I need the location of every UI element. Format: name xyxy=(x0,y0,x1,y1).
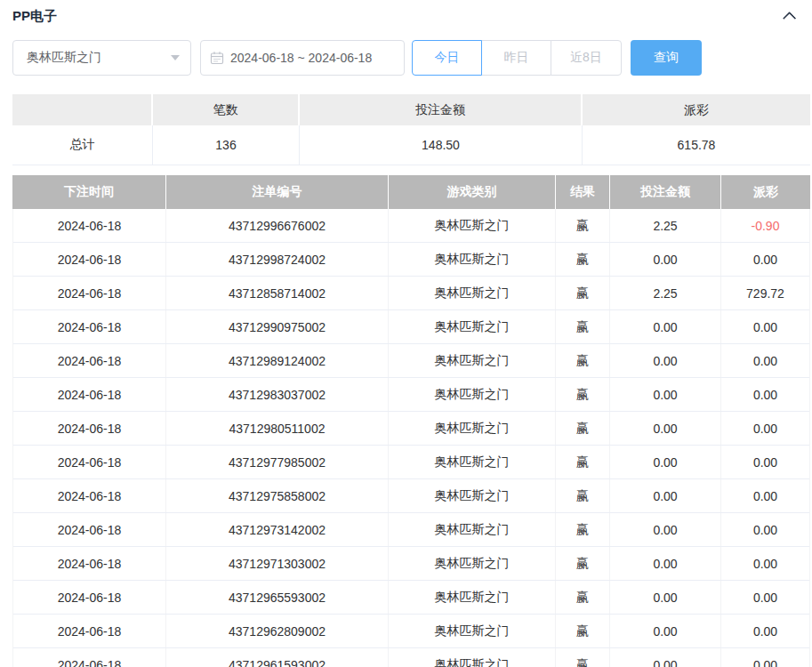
table-row: 2024-06-18 43712977985002 奥林匹斯之门 赢 0.00 … xyxy=(13,446,809,479)
result-cell: 赢 xyxy=(556,209,610,242)
payout-cell: 0.00 xyxy=(721,243,809,276)
payout-cell: -0.90 xyxy=(721,209,809,242)
game-type-cell: 奥林匹斯之门 xyxy=(389,310,556,343)
result-cell: 赢 xyxy=(556,412,610,445)
game-select[interactable]: 奥林匹斯之门 xyxy=(12,40,191,76)
result-cell: 赢 xyxy=(556,479,610,512)
bet-time-cell: 2024-06-18 xyxy=(13,648,166,667)
order-no-cell: 43712971303002 xyxy=(166,547,389,580)
payout-cell: 0.00 xyxy=(721,446,809,478)
header-bet-amount: 投注金额 xyxy=(610,175,721,209)
game-type-cell: 奥林匹斯之门 xyxy=(389,344,556,377)
table-row: 2024-06-18 43712962809002 奥林匹斯之门 赢 0.00 … xyxy=(13,615,809,648)
order-no-cell: 43712977985002 xyxy=(166,446,389,478)
summary-payout-value: 615.78 xyxy=(583,125,810,165)
summary-header-bet-amount: 投注金额 xyxy=(300,94,583,125)
bet-time-cell: 2024-06-18 xyxy=(13,209,166,242)
summary-count-value: 136 xyxy=(153,125,300,165)
order-no-cell: 43712980511002 xyxy=(166,412,389,445)
table-row: 2024-06-18 43712965593002 奥林匹斯之门 赢 0.00 … xyxy=(13,581,809,615)
header-bet-time: 下注时间 xyxy=(12,175,166,209)
table-row: 2024-06-18 43712858714002 奥林匹斯之门 赢 2.25 … xyxy=(13,277,809,310)
order-no-cell: 43712858714002 xyxy=(166,277,389,309)
bet-time-cell: 2024-06-18 xyxy=(13,615,166,647)
bet-amount-cell: 0.00 xyxy=(610,547,721,580)
game-type-cell: 奥林匹斯之门 xyxy=(389,648,556,667)
bet-time-cell: 2024-06-18 xyxy=(13,344,166,377)
order-no-cell: 43712990975002 xyxy=(166,310,389,343)
payout-cell: 0.00 xyxy=(721,615,809,647)
summary-table: 笔数 投注金额 派彩 总计 136 148.50 615.78 xyxy=(12,94,810,165)
bet-amount-cell: 0.00 xyxy=(610,479,721,512)
bet-amount-cell: 0.00 xyxy=(610,310,721,343)
yesterday-button[interactable]: 昨日 xyxy=(481,40,551,76)
bet-time-cell: 2024-06-18 xyxy=(13,479,166,512)
table-row: 2024-06-18 43712975858002 奥林匹斯之门 赢 0.00 … xyxy=(13,479,809,513)
summary-header-blank xyxy=(12,94,153,125)
today-button[interactable]: 今日 xyxy=(412,40,482,76)
game-type-cell: 奥林匹斯之门 xyxy=(389,243,556,276)
bet-amount-cell: 0.00 xyxy=(610,615,721,647)
table-row: 2024-06-18 43712998724002 奥林匹斯之门 赢 0.00 … xyxy=(13,243,809,277)
table-row: 2024-06-18 43712996676002 奥林匹斯之门 赢 2.25 … xyxy=(13,209,809,243)
table-header-row: 下注时间 注单编号 游戏类别 结果 投注金额 派彩 xyxy=(12,175,810,209)
payout-cell: 0.00 xyxy=(721,479,809,512)
chevron-up-icon xyxy=(782,11,796,25)
bet-time-cell: 2024-06-18 xyxy=(13,378,166,411)
table-row: 2024-06-18 43712973142002 奥林匹斯之门 赢 0.00 … xyxy=(13,513,809,547)
order-no-cell: 43712961593002 xyxy=(166,648,389,667)
collapse-button[interactable] xyxy=(775,5,800,27)
order-no-cell: 43712965593002 xyxy=(166,581,389,614)
payout-cell: 0.00 xyxy=(721,581,809,614)
order-no-cell: 43712989124002 xyxy=(166,344,389,377)
summary-header-count: 笔数 xyxy=(153,94,300,125)
game-type-cell: 奥林匹斯之门 xyxy=(389,277,556,309)
bet-time-cell: 2024-06-18 xyxy=(13,310,166,343)
payout-cell: 0.00 xyxy=(721,378,809,411)
bet-amount-cell: 0.00 xyxy=(610,412,721,445)
bet-time-cell: 2024-06-18 xyxy=(13,581,166,614)
result-cell: 赢 xyxy=(556,648,610,667)
date-range-input[interactable]: 2024-06-18 ~ 2024-06-18 xyxy=(200,40,405,76)
bet-records-table: 下注时间 注单编号 游戏类别 结果 投注金额 派彩 2024-06-18 437… xyxy=(12,175,810,667)
table-row: 2024-06-18 43712980511002 奥林匹斯之门 赢 0.00 … xyxy=(13,412,809,446)
last-8-days-button[interactable]: 近8日 xyxy=(551,40,622,76)
result-cell: 赢 xyxy=(556,243,610,276)
header-order-no: 注单编号 xyxy=(166,175,389,209)
table-row: 2024-06-18 43712983037002 奥林匹斯之门 赢 0.00 … xyxy=(13,378,809,412)
bet-amount-cell: 2.25 xyxy=(610,209,721,242)
calendar-icon xyxy=(210,51,224,65)
game-type-cell: 奥林匹斯之门 xyxy=(389,446,556,478)
payout-cell: 0.00 xyxy=(721,547,809,580)
pp-electronic-panel: PP电子 奥林匹斯之门 2024-06-18 ~ 2024-06-18 xyxy=(0,0,812,667)
result-cell: 赢 xyxy=(556,513,610,546)
summary-header-payout: 派彩 xyxy=(583,94,810,125)
game-select-value: 奥林匹斯之门 xyxy=(27,50,171,66)
payout-cell: 0.00 xyxy=(721,513,809,546)
payout-cell: 0.00 xyxy=(721,648,809,667)
summary-header-row: 笔数 投注金额 派彩 xyxy=(12,94,810,125)
table-row: 2024-06-18 43712989124002 奥林匹斯之门 赢 0.00 … xyxy=(13,344,809,378)
header-game-type: 游戏类别 xyxy=(389,175,556,209)
bet-amount-cell: 0.00 xyxy=(610,344,721,377)
bet-time-cell: 2024-06-18 xyxy=(13,446,166,478)
filter-bar: 奥林匹斯之门 2024-06-18 ~ 2024-06-18 今日 昨日 近8日 xyxy=(12,40,800,76)
bet-amount-cell: 2.25 xyxy=(610,277,721,309)
payout-cell: 0.00 xyxy=(721,344,809,377)
summary-total-row: 总计 136 148.50 615.78 xyxy=(12,125,810,165)
result-cell: 赢 xyxy=(556,446,610,478)
summary-total-label: 总计 xyxy=(12,125,153,165)
quick-date-button-group: 今日 昨日 近8日 xyxy=(412,40,622,76)
bet-amount-cell: 0.00 xyxy=(610,581,721,614)
order-no-cell: 43712983037002 xyxy=(166,378,389,411)
header-result: 结果 xyxy=(556,175,610,209)
result-cell: 赢 xyxy=(556,310,610,343)
game-type-cell: 奥林匹斯之门 xyxy=(389,547,556,580)
bet-amount-cell: 0.00 xyxy=(610,243,721,276)
bet-time-cell: 2024-06-18 xyxy=(13,243,166,276)
result-cell: 赢 xyxy=(556,581,610,614)
table-row: 2024-06-18 43712971303002 奥林匹斯之门 赢 0.00 … xyxy=(13,547,809,581)
game-type-cell: 奥林匹斯之门 xyxy=(389,378,556,411)
payout-cell: 729.72 xyxy=(721,277,809,309)
search-button[interactable]: 查询 xyxy=(631,40,702,76)
